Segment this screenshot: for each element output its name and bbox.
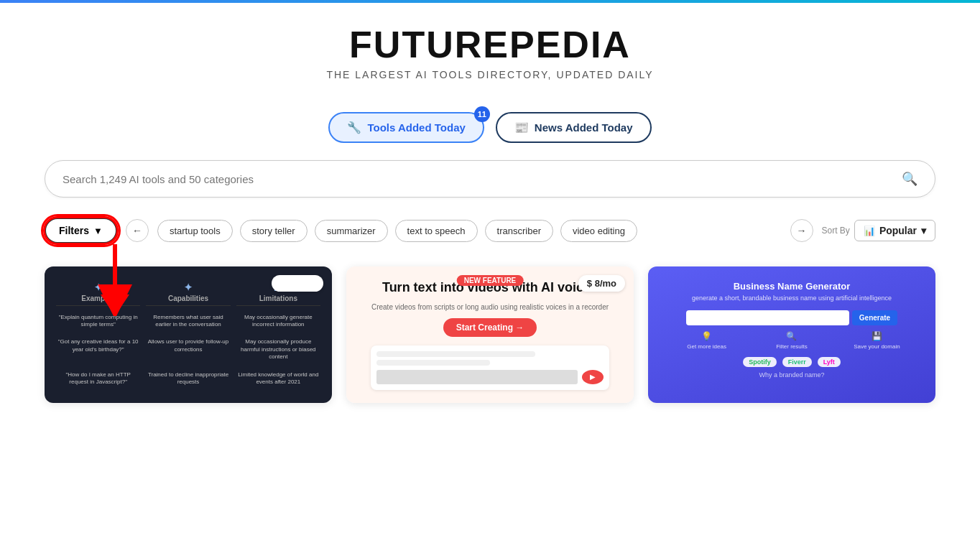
tab-news-label: News Added Today	[535, 121, 633, 134]
search-input[interactable]	[63, 173, 902, 185]
filters-label: Filters	[59, 225, 89, 236]
save-icon: 💾	[843, 331, 910, 343]
card-3-name-input[interactable]	[686, 310, 849, 325]
sort-chevron-icon: ▾	[921, 225, 926, 236]
site-subtitle: THE LARGEST AI TOOLS DIRECTORY, UPDATED …	[14, 69, 966, 80]
feature-ideas: 💡 Get more ideas	[672, 331, 740, 351]
card-3-title: Business Name Generator	[734, 281, 851, 292]
tab-tools-label: Tools Added Today	[367, 121, 465, 134]
pill-video-editing[interactable]: video editing	[560, 220, 637, 242]
tools-icon: 🔧	[347, 121, 361, 134]
pill-story-teller[interactable]: story teller	[240, 220, 308, 242]
tools-badge: 11	[474, 106, 490, 122]
tab-tools[interactable]: 🔧 Tools Added Today 11	[328, 112, 484, 143]
sort-label: Sort By	[822, 226, 850, 236]
card-1-price: $ 20/mo	[272, 275, 323, 292]
card-2-subtitle: Create videos from scripts or long audio…	[371, 302, 609, 312]
row1-col2: Remembers what user said earlier in the …	[146, 312, 230, 331]
row1-col1: "Explain quantum computing in simple ter…	[56, 312, 140, 331]
tab-news[interactable]: 📰 News Added Today	[496, 112, 652, 143]
row3-col3: Limited knowledge of world and events af…	[236, 369, 320, 389]
card-3: Business Name Generator generate a short…	[648, 266, 935, 403]
feature-filter: 🔍 Filter results	[758, 331, 826, 351]
pill-transcriber[interactable]: transcriber	[485, 220, 553, 242]
funnel-icon: ▼	[93, 226, 103, 236]
card-1-image: ✦ Examples ✦ Capabilities ⚠ Limitations …	[45, 266, 332, 403]
card-1: ✦ Examples ✦ Capabilities ⚠ Limitations …	[45, 266, 332, 403]
feature-save: 💾 Save your domain	[843, 331, 910, 351]
header: FUTUREPEDIA THE LARGEST AI TOOLS DIRECTO…	[0, 3, 980, 95]
spotify-logo: Spotify	[743, 357, 777, 367]
col-examples: ✦ Examples	[56, 282, 140, 306]
sort-section: Sort By 📊 Popular ▾	[822, 220, 935, 241]
card-2: NEW FEATURE Turn text into videos with A…	[346, 266, 634, 403]
nav-prev-arrow[interactable]: ←	[126, 219, 149, 242]
filters-button[interactable]: Filters ▼	[45, 218, 117, 243]
category-pills: startup tools story teller summarizer te…	[157, 220, 782, 242]
row3-col2: Trained to decline inappropriate request…	[146, 369, 230, 389]
card-2-price: $ 8/mo	[578, 275, 625, 292]
card-3-bottom-label: Why a branded name?	[759, 371, 824, 379]
search-section: 🔍	[16, 143, 964, 209]
filter-row: Filters ▼ ← startup tools story teller s…	[16, 209, 964, 252]
col-capabilities: ✦ Capabilities	[146, 282, 230, 306]
card-3-features: 💡 Get more ideas 🔍 Filter results 💾 Save…	[672, 331, 910, 351]
row2-col3: May occasionally produce harmful instruc…	[236, 336, 320, 363]
tab-row: 🔧 Tools Added Today 11 📰 News Added Toda…	[0, 112, 980, 143]
lightning-icon: ✦	[184, 282, 193, 293]
pill-startup-tools[interactable]: startup tools	[157, 220, 233, 242]
star-icon: ✦	[94, 282, 103, 293]
fiverr-logo: Fiverr	[782, 357, 812, 367]
card-2-cta[interactable]: Start Creating →	[443, 318, 537, 337]
card-3-generate-btn[interactable]: Generate	[852, 310, 897, 325]
pill-text-to-speech[interactable]: text to speech	[395, 220, 478, 242]
search-bar: 🔍	[45, 160, 935, 198]
site-title: FUTUREPEDIA	[14, 26, 966, 63]
search-icon: 🔍	[902, 171, 917, 187]
row1-col3: May occasionally generate incorrect info…	[236, 312, 320, 331]
card-2-image: NEW FEATURE Turn text into videos with A…	[346, 266, 634, 403]
nav-next-arrow[interactable]: →	[790, 219, 813, 242]
card-2-preview: ▶	[371, 345, 609, 390]
sort-selected: Popular	[879, 225, 917, 236]
ideas-icon: 💡	[672, 331, 740, 343]
row2-col1: "Got any creative ideas for a 10 year ol…	[56, 336, 140, 363]
news-icon: 📰	[514, 121, 529, 134]
row3-col1: "How do I make an HTTP request in Javasc…	[56, 369, 140, 389]
card-3-input-row: Generate	[686, 310, 897, 325]
filter-icon: 🔍	[758, 331, 826, 343]
sort-select[interactable]: 📊 Popular ▾	[854, 220, 935, 241]
cards-section: ✦ Examples ✦ Capabilities ⚠ Limitations …	[16, 252, 964, 417]
card-3-image: Business Name Generator generate a short…	[648, 266, 935, 403]
card-3-logos: Spotify Fiverr Lyft	[743, 357, 841, 367]
pill-summarizer[interactable]: summarizer	[315, 220, 388, 242]
sort-icon: 📊	[864, 226, 875, 236]
card-2-badge: NEW FEATURE	[457, 275, 524, 286]
card-3-subtitle: generate a short, brandable business nam…	[692, 294, 892, 303]
row2-col2: Allows user to provide follow-up correct…	[146, 336, 230, 363]
lyft-logo: Lyft	[818, 357, 841, 367]
